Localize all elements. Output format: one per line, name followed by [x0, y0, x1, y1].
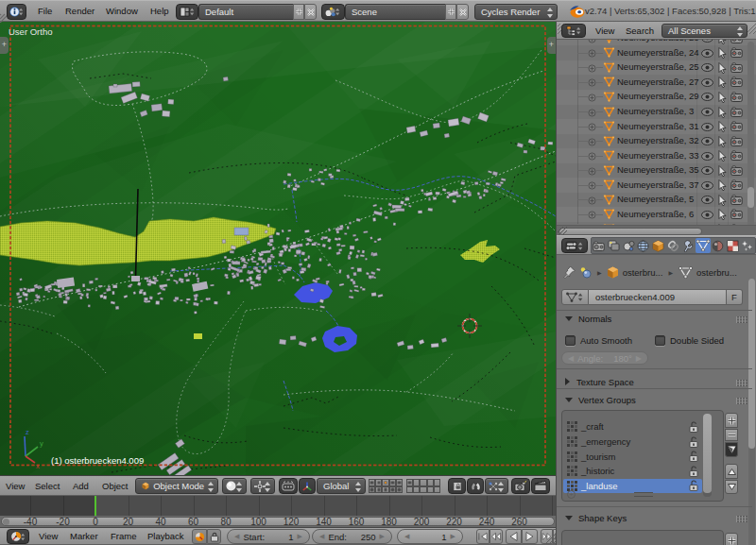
svg-text:x: x: [36, 462, 40, 470]
svg-text:User Ortho: User Ortho: [9, 26, 52, 37]
svg-text:z: z: [26, 428, 29, 436]
svg-text:(1) osterbruecken4.009: (1) osterbruecken4.009: [51, 455, 144, 466]
svg-text:y: y: [40, 439, 43, 448]
